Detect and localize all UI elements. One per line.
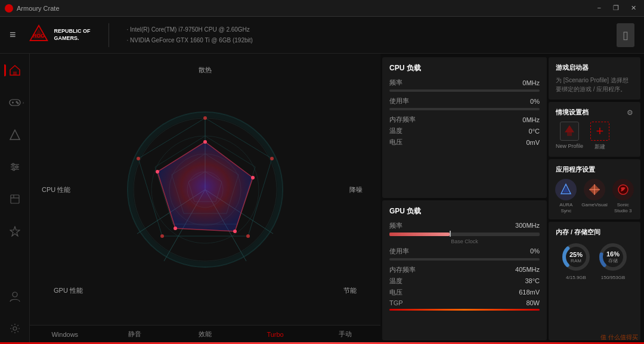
cpu-temp-value: 0°C [529,128,540,135]
gpu-temp-label: 温度 [389,277,402,286]
gpu-usage-label: 使用率 [389,247,409,256]
svg-point-44 [203,140,207,144]
profile-items: New Profile + 新建 [556,122,633,151]
ram-pct: 25% [569,251,583,258]
mobile-device-icon: ▯ [623,29,628,42]
gpu-tgp-label: TGP [389,299,403,306]
tab-windows[interactable]: Windows [30,326,100,344]
triangle-icon [10,129,20,140]
gpu-temp-value: 38°C [525,277,540,284]
gpu-voltage-label: 电压 [389,288,402,297]
svg-rect-4 [13,72,17,75]
cpu-temp-row: 温度 0°C [389,126,540,135]
gpu-freq-marker [450,231,451,237]
sidebar-item-home[interactable] [4,60,26,81]
cpu-usage-label: 使用率 [389,97,409,106]
svg-rect-17 [11,195,19,203]
sonic-studio-app[interactable]: Sonic Studio 3 [612,179,634,213]
aura-sync-label: AURA Sync [555,202,577,213]
game-launcher-title: 游戏启动器 [556,63,633,72]
aura-sync-app[interactable]: AURA Sync [555,179,577,213]
titlebar: Armoury Crate − ❐ ✕ [0,0,644,17]
cpu-memfreq-value: 0MHz [522,116,540,123]
svg-point-46 [233,230,237,233]
tab-silent[interactable]: 静音 [100,325,171,344]
mobile-icon[interactable]: ▯ [617,23,634,47]
gpu-panel: GPU 负载 频率 300MHz Base Clock 使用率 0% 内存频率 … [382,200,547,341]
new-profile-item[interactable]: New Profile [556,122,583,151]
radar-label-left: CPU 性能 [42,185,70,194]
user-icon [10,291,20,302]
add-profile-item[interactable]: + 新建 [590,122,609,151]
sliders-icon [10,162,20,172]
profile-header: 情境设置档 ⚙ [556,108,633,117]
cpu-usage-row: 使用率 0% [389,97,540,106]
watermark: 值 什么值得买 [600,333,638,342]
storage-items: 25% RAM 4/15.9GB 16% [556,241,633,280]
profile-title: 情境设置档 [556,108,589,117]
box-icon [10,194,20,204]
svg-rect-5 [10,100,20,106]
app-icon [5,4,13,13]
sidebar-item-sliders[interactable] [4,156,26,178]
sidebar: › [0,54,30,344]
ram-detail: 4/15.9GB [566,275,586,280]
svg-point-8 [16,101,17,103]
sidebar-item-user[interactable] [4,286,26,307]
tab-turbo[interactable]: Turbo [240,326,311,344]
cpu-memfreq-row: 内存频率 0MHz [389,115,540,124]
settings-icon [10,323,20,334]
metrics-column: CPU 负载 频率 0MHz 使用率 0% 内存频率 0MHz 温度 [380,54,549,344]
game-launcher-text: 为 [Scenario Profile] 选择想要绑定的游戏 / 应用程序。 [556,76,633,94]
gamevisual-icon [584,179,605,200]
gpu-memfreq-value: 405MHz [515,266,540,273]
sidebar-item-gamepad[interactable]: › [4,92,26,113]
mode-tabs: Windows 静音 效能 Turbo 手动 [30,325,380,344]
new-label: 新建 [595,143,605,151]
gpu-usage-bar [389,258,540,261]
sidebar-item-settings[interactable] [4,318,26,339]
minimize-button[interactable]: − [595,3,604,13]
home-icon [9,64,21,76]
svg-marker-49 [565,125,574,132]
app-settings-title: 应用程序设置 [556,165,633,174]
storage-title: 内存 / 存储空间 [556,228,633,237]
tab-manual[interactable]: 手动 [310,325,380,344]
star-icon [10,226,20,237]
profile-gear-icon[interactable]: ⚙ [627,109,633,117]
hamburger-menu[interactable]: ≡ [10,29,16,41]
svg-point-22 [13,327,17,330]
radar-label-right: 降噪 [349,185,363,194]
sidebar-item-box[interactable] [4,188,26,210]
svg-marker-20 [10,227,20,236]
gpu-freq-row: 频率 300MHz [389,221,540,230]
radar-chart [110,94,301,285]
gpu-info: · NVIDIA GeForce GTX 1660 Ti @ 6GB (192b… [127,35,253,46]
add-profile-icon: + [590,122,609,141]
new-profile-icon [560,122,579,141]
restore-button[interactable]: ❐ [610,3,622,13]
svg-point-45 [251,176,255,179]
cpu-info: · Intel(R) Core(TM) i7-9750H CPU @ 2.60G… [127,24,253,35]
side-panels: 游戏启动器 为 [Scenario Profile] 选择想要绑定的游戏 / 应… [549,54,644,344]
svg-point-38 [203,116,207,120]
disk-detail: 150/953GB [601,275,625,280]
gpu-freq-value: 300MHz [515,222,540,229]
cpu-usage-value: 0% [530,98,540,105]
gpu-panel-title: GPU 负载 [389,206,540,216]
sidebar-item-triangle[interactable] [4,124,26,145]
svg-point-42 [137,157,140,160]
sidebar-item-star[interactable] [4,221,26,242]
app-settings-panel: 应用程序设置 AURA Sync [549,159,640,219]
svg-point-16 [13,168,15,171]
cpu-panel-title: CPU 负载 [389,63,540,73]
sonic-icon-svg [617,183,630,196]
tab-performance[interactable]: 效能 [170,325,240,344]
close-button[interactable]: ✕ [628,3,639,13]
svg-point-39 [270,157,274,160]
gamevisual-app[interactable]: GameVisual [581,179,607,213]
brand-text: REPUBLIC OF GAMERS. [54,28,91,42]
gpu-freq-bar [389,233,540,236]
svg-point-21 [13,292,17,297]
titlebar-left: Armoury Crate [5,4,60,13]
